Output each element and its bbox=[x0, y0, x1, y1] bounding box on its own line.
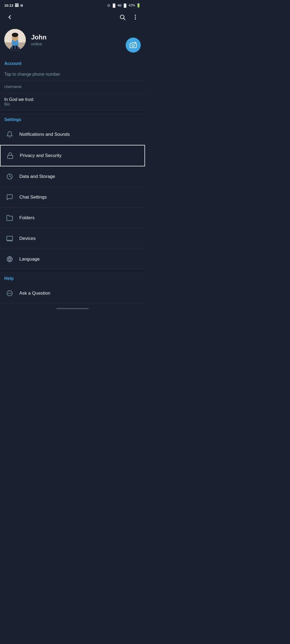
gallery-icon: 🖼 bbox=[15, 3, 19, 8]
svg-point-13 bbox=[12, 33, 18, 37]
lock-icon bbox=[5, 150, 16, 161]
svg-rect-11 bbox=[15, 46, 18, 50]
phone-field[interactable]: Tap to change phone number bbox=[0, 68, 145, 81]
profile-status: online bbox=[31, 42, 46, 46]
svg-rect-18 bbox=[8, 155, 13, 159]
profile-info: John online bbox=[31, 34, 46, 46]
network-type-label: 4G bbox=[118, 4, 122, 7]
svg-point-14 bbox=[132, 44, 135, 47]
status-right-group: ⊙ ▐▌ 4G ▐▌ 42% 🔋 bbox=[107, 3, 141, 8]
svg-point-3 bbox=[135, 17, 136, 18]
battery-label: 42% bbox=[129, 3, 135, 7]
settings-section-label: Settings bbox=[0, 113, 145, 124]
avatar[interactable] bbox=[4, 29, 26, 50]
section-divider-1 bbox=[0, 111, 145, 113]
back-button[interactable] bbox=[4, 12, 15, 23]
more-button[interactable] bbox=[130, 12, 141, 23]
bio-field[interactable]: In God we trust Bio bbox=[0, 93, 145, 111]
menu-item-data[interactable]: Data and Storage bbox=[0, 166, 145, 187]
menu-item-privacy[interactable]: Privacy and Security bbox=[0, 145, 145, 166]
menu-item-devices[interactable]: Devices bbox=[0, 228, 145, 249]
bio-label: Bio bbox=[4, 102, 141, 106]
signal2-icon: ▐▌ bbox=[123, 3, 128, 8]
laptop-icon bbox=[4, 233, 15, 244]
svg-point-22 bbox=[7, 257, 12, 262]
nav-right bbox=[117, 12, 141, 23]
username-field[interactable]: Username bbox=[0, 81, 145, 93]
account-section: Account Tap to change phone number Usern… bbox=[0, 57, 145, 111]
notifications-label: Notifications and Sounds bbox=[19, 132, 70, 137]
globe-icon bbox=[4, 254, 15, 265]
bottom-handle bbox=[0, 304, 145, 313]
menu-item-folders[interactable]: Folders bbox=[0, 208, 145, 228]
status-time-group: 10:13 🖼 ⊖ bbox=[4, 3, 23, 8]
profile-section: John online bbox=[0, 25, 145, 57]
folders-label: Folders bbox=[19, 215, 35, 221]
do-not-disturb-icon: ⊖ bbox=[20, 3, 23, 8]
bell-icon bbox=[4, 129, 15, 140]
handle-bar bbox=[56, 308, 89, 309]
menu-item-language[interactable]: Language bbox=[0, 249, 145, 270]
folder-icon bbox=[4, 213, 15, 223]
help-section-label: Help bbox=[0, 272, 145, 283]
phone-placeholder: Tap to change phone number bbox=[4, 72, 141, 77]
svg-rect-20 bbox=[7, 236, 13, 240]
status-bar: 10:13 🖼 ⊖ ⊙ ▐▌ 4G ▐▌ 42% 🔋 bbox=[0, 0, 145, 10]
camera-fab-button[interactable] bbox=[126, 38, 141, 53]
chat-label: Chat Settings bbox=[19, 195, 47, 200]
top-nav bbox=[0, 10, 145, 25]
svg-line-1 bbox=[124, 19, 125, 20]
avatar-image bbox=[4, 29, 26, 50]
data-label: Data and Storage bbox=[19, 174, 55, 179]
wifi-icon: ⊙ bbox=[107, 3, 110, 8]
chat-icon bbox=[4, 192, 15, 203]
menu-item-chat[interactable]: Chat Settings bbox=[0, 187, 145, 208]
section-divider-2 bbox=[0, 270, 145, 272]
username-label: Username bbox=[4, 85, 141, 89]
bio-value: In God we trust bbox=[4, 97, 141, 102]
ask-label: Ask a Question bbox=[19, 291, 50, 296]
profile-name: John bbox=[31, 34, 46, 41]
svg-point-4 bbox=[135, 19, 136, 20]
language-label: Language bbox=[19, 257, 40, 262]
time-display: 10:13 bbox=[4, 3, 13, 8]
menu-item-notifications[interactable]: Notifications and Sounds bbox=[0, 124, 145, 145]
help-section: Help Ask a Question bbox=[0, 272, 145, 304]
privacy-label: Privacy and Security bbox=[20, 153, 61, 158]
svg-point-2 bbox=[135, 15, 136, 16]
clock-icon bbox=[4, 171, 15, 182]
battery-icon: 🔋 bbox=[136, 3, 141, 8]
svg-rect-10 bbox=[12, 46, 15, 50]
search-button[interactable] bbox=[117, 12, 128, 23]
menu-item-ask[interactable]: Ask a Question bbox=[0, 283, 145, 304]
signal-icon: ▐▌ bbox=[111, 3, 116, 8]
devices-label: Devices bbox=[19, 236, 35, 241]
bubble-icon bbox=[4, 288, 15, 299]
settings-section: Settings Notifications and Sounds Privac… bbox=[0, 113, 145, 270]
account-section-label: Account bbox=[0, 57, 145, 68]
